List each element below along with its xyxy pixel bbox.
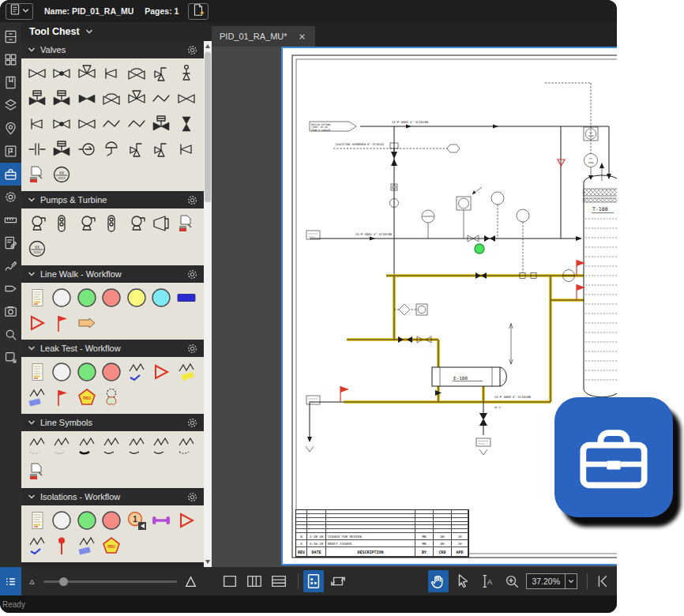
tool-expansion-joint[interactable]	[149, 86, 175, 111]
markup-list-panel-button[interactable]	[0, 567, 21, 595]
zoom-tool-button[interactable]	[502, 570, 522, 592]
tool-psv-tag[interactable]: PBU	[100, 533, 125, 558]
tool-status-complete[interactable]	[74, 508, 100, 533]
section-header-line-symbols[interactable]: Line Symbols	[21, 414, 204, 431]
sidebar-item-search[interactable]	[0, 323, 21, 346]
tool-callout-arrow[interactable]	[74, 310, 100, 336]
scroll-down-icon[interactable]	[205, 560, 210, 564]
tool-line-style-thick[interactable]	[74, 434, 100, 459]
tool-line-style-dashed-2[interactable]	[174, 434, 199, 459]
tool-pump-connection[interactable]	[74, 137, 100, 162]
tool-vertical-pump[interactable]	[50, 211, 75, 236]
tool-angle-valve[interactable]	[149, 61, 175, 86]
file-menu-button[interactable]	[6, 3, 33, 20]
sidebar-item-spaces[interactable]	[0, 140, 21, 163]
tool-spade-blind[interactable]	[149, 508, 175, 533]
pan-tool-button[interactable]	[428, 570, 449, 592]
split-vertical-button[interactable]	[244, 570, 265, 592]
section-header-leak-test-workflow[interactable]: Leak Test - Workflow	[21, 340, 204, 357]
sidebar-item-file-access[interactable]	[0, 25, 21, 48]
tool-size-slider[interactable]	[21, 567, 204, 595]
tool-line-check-blue[interactable]	[124, 359, 149, 385]
tool-status-complete[interactable]	[74, 285, 100, 310]
tool-line-style-solid-3[interactable]	[149, 434, 175, 459]
sidebar-item-properties[interactable]	[0, 186, 21, 208]
tool-closed-gate-valve[interactable]	[74, 86, 100, 111]
tool-inline-pump[interactable]	[100, 211, 125, 236]
slider-track[interactable]	[43, 580, 177, 583]
tool-checklist-note[interactable]	[24, 359, 50, 385]
tool-direction-arrow[interactable]	[174, 508, 199, 533]
tool-isolation-point-1[interactable]: 1	[124, 508, 149, 533]
tool-line-style-solid[interactable]	[100, 434, 125, 459]
sidebar-item-places[interactable]	[0, 117, 21, 140]
tool-line-highlight-blue[interactable]	[24, 385, 50, 410]
tool-angle-relief-valve[interactable]	[149, 137, 175, 162]
tool-line-highlight-yellow[interactable]	[174, 359, 199, 385]
page-overview-button[interactable]	[303, 570, 324, 592]
tool-status-hold[interactable]	[124, 285, 149, 310]
tool-flex-hose[interactable]	[100, 111, 125, 137]
tool-turbine[interactable]	[149, 211, 175, 236]
tool-four-way-valve[interactable]	[74, 61, 100, 86]
tool-line-highlight-blue[interactable]	[74, 533, 100, 558]
scrollbar-thumb[interactable]	[205, 52, 211, 202]
tool-psv-tag[interactable]: PBU	[74, 385, 100, 410]
section-settings-gear-icon[interactable]	[186, 44, 198, 56]
sidebar-item-bookmarks[interactable]	[0, 71, 21, 94]
section-settings-gear-icon[interactable]	[186, 491, 198, 503]
tool-instrument-bubble[interactable]: XXXXXX	[24, 236, 50, 261]
tool-piston-valve[interactable]	[50, 137, 75, 162]
tool-gate-valve[interactable]	[24, 61, 50, 86]
tool-rotary-pump[interactable]	[124, 211, 149, 236]
sidebar-item-thumbnails[interactable]	[0, 48, 21, 71]
tool-flex-hose-2[interactable]	[124, 111, 149, 137]
tool-tank-valve[interactable]	[174, 137, 199, 162]
tool-status-open[interactable]	[50, 359, 75, 385]
tool-checklist-note[interactable]	[24, 508, 50, 533]
tool-line-check-blue[interactable]	[24, 533, 50, 558]
tool-isolation-pin[interactable]	[50, 533, 75, 558]
single-page-view-button[interactable]	[220, 570, 240, 592]
sidebar-item-signatures[interactable]	[0, 254, 21, 277]
tool-chest-header[interactable]: Tool Chest	[21, 22, 204, 41]
tool-control-valve[interactable]	[174, 61, 199, 86]
tool-stop-check-valve[interactable]	[100, 86, 125, 111]
text-select-button[interactable]: A	[477, 570, 498, 592]
tool-status-review[interactable]	[149, 285, 175, 310]
tool-gate-valve-nc[interactable]	[174, 86, 199, 111]
tool-highlight-bar[interactable]	[174, 285, 199, 310]
split-horizontal-button[interactable]	[269, 570, 289, 592]
tool-line-style-thin[interactable]	[50, 434, 75, 459]
tool-custom-markup-tool[interactable]	[174, 211, 199, 236]
tool-centrifugal-pump[interactable]	[24, 211, 50, 236]
tool-line-style-solid-2[interactable]	[124, 434, 149, 459]
section-header-valves[interactable]: Valves	[21, 41, 204, 58]
tool-angle-globe-valve[interactable]	[124, 137, 149, 162]
tool-status-open[interactable]	[50, 508, 75, 533]
tool-butterfly-valve[interactable]	[24, 111, 50, 137]
sidebar-item-tool-chest[interactable]	[0, 163, 21, 186]
tool-actuated-gate-valve[interactable]	[24, 86, 50, 111]
tool-checklist-note[interactable]	[24, 285, 50, 310]
tool-instrument-bubble[interactable]: XXXXXX	[50, 162, 75, 187]
tool-motor-valve[interactable]	[149, 111, 175, 137]
section-settings-gear-icon[interactable]	[186, 269, 198, 280]
sidebar-item-measurements[interactable]	[0, 208, 21, 231]
tool-status-complete[interactable]	[74, 359, 100, 385]
tool-custom-markup-tool[interactable]	[24, 459, 50, 484]
tool-three-way-valve[interactable]	[124, 86, 149, 111]
tool-status-issue[interactable]	[100, 359, 125, 385]
tool-pressure-regulator[interactable]	[100, 137, 125, 162]
tool-ball-valve[interactable]	[50, 111, 75, 137]
tool-direction-arrow[interactable]	[24, 310, 50, 336]
close-icon[interactable]	[297, 32, 307, 42]
create-page-button[interactable]	[188, 3, 209, 20]
select-tool-button[interactable]	[453, 570, 473, 592]
section-settings-gear-icon[interactable]	[186, 343, 198, 355]
scroll-up-icon[interactable]	[205, 44, 210, 48]
tool-centrifugal-pump-2[interactable]	[74, 211, 100, 236]
sidebar-item-layers[interactable]	[0, 94, 21, 117]
large-size-icon[interactable]	[184, 575, 197, 588]
small-size-icon[interactable]	[28, 577, 36, 586]
